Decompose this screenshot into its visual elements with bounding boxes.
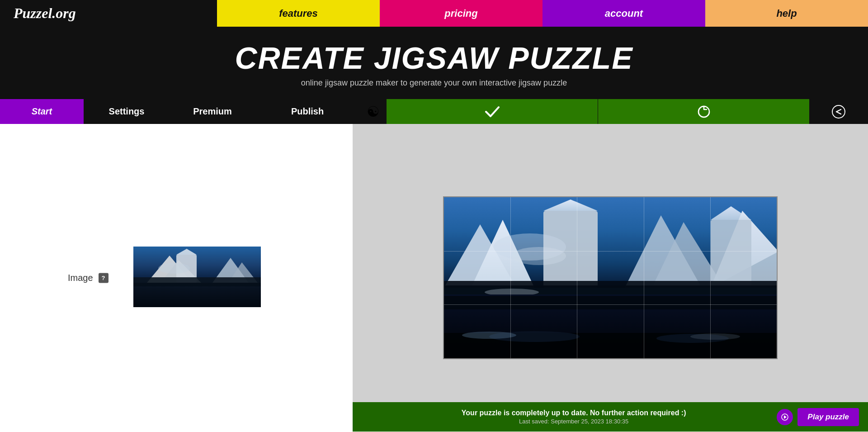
hero-title: CREATE JIGSAW PUZZLE (0, 40, 868, 76)
logo[interactable]: Puzzel.org (14, 5, 76, 22)
hero-section: CREATE JIGSAW PUZZLE online jigsaw puzzl… (0, 27, 868, 99)
puzzle-preview (443, 196, 778, 359)
refresh-button[interactable] (598, 99, 809, 124)
nav-features[interactable]: features (217, 0, 380, 27)
svg-rect-13 (133, 283, 261, 286)
play-puzzle-button[interactable]: Play puzzle (797, 408, 859, 426)
share-button[interactable] (809, 99, 868, 124)
tab-premium[interactable]: Premium (170, 99, 255, 124)
share-icon (831, 104, 846, 119)
svg-rect-12 (133, 283, 261, 307)
toolbar: Start Settings Premium Publish ☯ (0, 99, 868, 124)
refresh-icon (696, 104, 712, 119)
svg-point-2 (832, 105, 845, 118)
thumbnail-container[interactable] (133, 247, 261, 309)
svg-point-11 (158, 263, 190, 274)
left-panel: Image ? (0, 124, 353, 432)
play-btn-area: Play puzzle (777, 408, 859, 426)
image-label: Image (68, 273, 93, 283)
nav-pricing[interactable]: pricing (380, 0, 542, 27)
right-panel: Your puzzle is completely up to date. No… (353, 124, 868, 432)
tab-publish[interactable]: Publish (255, 99, 359, 124)
status-main-text: Your puzzle is completely up to date. No… (371, 409, 777, 417)
yin-yang-icon[interactable]: ☯ (359, 99, 387, 124)
svg-marker-40 (784, 415, 787, 419)
play-circle-icon (781, 413, 788, 421)
status-text-area: Your puzzle is completely up to date. No… (371, 409, 777, 425)
logo-area: Puzzel.org (0, 0, 217, 27)
svg-rect-29 (444, 281, 778, 288)
hero-subtitle: online jigsaw puzzle maker to generate y… (0, 78, 868, 88)
image-label-area: Image ? (68, 273, 108, 283)
nav-help[interactable]: help (705, 0, 868, 27)
svg-point-38 (690, 333, 740, 340)
puzzle-image (444, 197, 778, 359)
status-bar: Your puzzle is completely up to date. No… (353, 402, 868, 432)
svg-point-37 (462, 332, 516, 339)
checkmark-icon (484, 104, 500, 120)
tab-start[interactable]: Start (0, 99, 84, 124)
svg-rect-33 (444, 296, 778, 309)
nav-account[interactable]: account (542, 0, 705, 27)
puzzle-thumbnail (133, 247, 261, 307)
play-icon-circle (777, 409, 793, 425)
svg-point-21 (512, 247, 566, 265)
status-sub-text: Last saved: September 25, 2023 18:30:35 (371, 418, 777, 425)
image-help-icon[interactable]: ? (99, 273, 108, 283)
top-navigation: Puzzel.org features pricing account help (0, 0, 868, 27)
svg-rect-10 (133, 277, 261, 283)
check-button[interactable] (387, 99, 598, 124)
main-content: Image ? (0, 124, 868, 432)
tab-settings[interactable]: Settings (84, 99, 170, 124)
nav-items: features pricing account help (217, 0, 868, 27)
svg-rect-26 (711, 220, 751, 288)
